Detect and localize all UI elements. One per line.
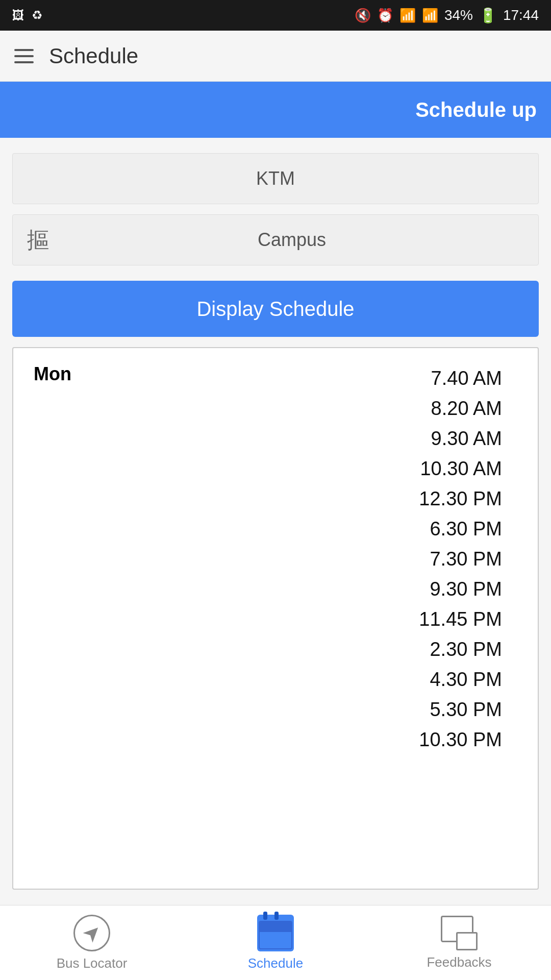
- campus-selector[interactable]: 摳 Campus: [12, 214, 539, 265]
- route-selector[interactable]: KTM: [12, 153, 539, 204]
- route-value: KTM: [27, 168, 524, 189]
- schedule-time-entry: 10.30 AM: [405, 454, 517, 484]
- clock: 17:44: [503, 7, 539, 23]
- image-icon: 🖼: [12, 8, 24, 22]
- times-list: 7.40 AM8.20 AM9.30 AM10.30 AM12.30 PM6.3…: [177, 363, 517, 755]
- schedule-time-entry: 8.20 AM: [416, 394, 517, 424]
- schedule-table: Mon 7.40 AM8.20 AM9.30 AM10.30 AM12.30 P…: [23, 358, 528, 760]
- schedule-time-entry: 7.40 AM: [416, 363, 517, 394]
- schedule-nav-label: Schedule: [248, 955, 303, 971]
- schedule-time-entry: 9.30 AM: [416, 424, 517, 454]
- bottom-nav: ➤ Bus Locator Schedule Feedbacks: [0, 905, 551, 980]
- status-bar-left: 🖼 ♻: [12, 8, 43, 22]
- display-schedule-button[interactable]: Display Schedule: [12, 281, 539, 337]
- signal-icon: 📶: [422, 8, 438, 23]
- battery-text: 34%: [444, 7, 473, 23]
- bus-locator-icon: ➤: [73, 915, 110, 951]
- schedule-time-entry: 6.30 PM: [414, 514, 517, 544]
- hamburger-menu[interactable]: [14, 49, 34, 63]
- recycle-icon: ♻: [32, 8, 43, 22]
- schedule-time-entry: 2.30 PM: [414, 634, 517, 665]
- battery-icon: 🔋: [479, 7, 497, 24]
- status-bar-right: 🔇 ⏰ 📶 📶 34% 🔋 17:44: [355, 7, 539, 24]
- schedule-time-entry: 9.30 PM: [414, 574, 517, 604]
- schedule-times: 7.40 AM8.20 AM9.30 AM10.30 AM12.30 PM6.3…: [166, 358, 528, 760]
- schedule-time-entry: 5.30 PM: [414, 695, 517, 725]
- schedule-time-entry: 4.30 PM: [414, 665, 517, 695]
- schedule-banner: Schedule up: [0, 82, 551, 138]
- schedule-nav-icon: [257, 915, 294, 951]
- banner-text: Schedule up: [415, 99, 537, 121]
- schedule-day: Mon: [23, 358, 166, 760]
- page-title: Schedule: [49, 44, 138, 68]
- feedbacks-icon: [441, 916, 478, 950]
- nav-item-schedule[interactable]: Schedule: [184, 915, 367, 971]
- schedule-time-entry: 10.30 PM: [404, 725, 517, 755]
- alarm-icon: ⏰: [377, 8, 393, 23]
- bus-locator-label: Bus Locator: [57, 955, 128, 971]
- wifi-icon: 📶: [399, 8, 416, 23]
- schedule-table-container: Mon 7.40 AM8.20 AM9.30 AM10.30 AM12.30 P…: [12, 347, 539, 890]
- nav-item-feedbacks[interactable]: Feedbacks: [367, 916, 551, 970]
- schedule-time-entry: 12.30 PM: [404, 484, 517, 514]
- schedule-time-entry: 11.45 PM: [404, 604, 517, 634]
- nav-item-bus-locator[interactable]: ➤ Bus Locator: [0, 915, 184, 971]
- campus-value: Campus: [60, 229, 524, 251]
- schedule-time-entry: 7.30 PM: [414, 544, 517, 574]
- arrow-icon: ➤: [77, 918, 107, 948]
- feedbacks-label: Feedbacks: [427, 954, 491, 970]
- campus-icon: 摳: [27, 225, 49, 255]
- app-bar: Schedule: [0, 31, 551, 82]
- content-area: KTM 摳 Campus Display Schedule Mon 7.40 A…: [0, 138, 551, 905]
- status-bar: 🖼 ♻ 🔇 ⏰ 📶 📶 34% 🔋 17:44: [0, 0, 551, 31]
- mute-icon: 🔇: [355, 8, 371, 23]
